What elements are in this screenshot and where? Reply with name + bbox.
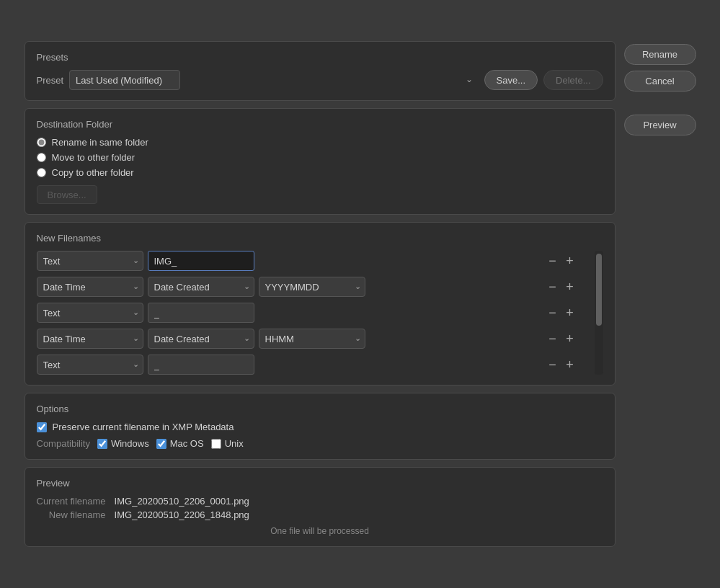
preview-title: Preview — [37, 478, 603, 489]
preview-button[interactable]: Preview — [624, 115, 696, 135]
unix-checkbox[interactable] — [211, 439, 221, 449]
row1-controls: − + — [546, 254, 577, 268]
scrollbar-thumb — [596, 254, 602, 326]
row3-plus-button[interactable]: + — [563, 306, 577, 320]
row2-minus-icon: − — [548, 280, 556, 293]
row3-type-select[interactable]: Text Date Time Sequence # Filename Folde… — [37, 303, 143, 323]
macos-label[interactable]: Mac OS — [170, 438, 204, 449]
row4-plus-button[interactable]: + — [563, 331, 577, 346]
row2-date-select[interactable]: Date Created Date Time Digitized File Da… — [148, 277, 254, 297]
save-button[interactable]: Save... — [484, 70, 538, 90]
row2-plus-button[interactable]: + — [563, 280, 577, 294]
row3-type-wrapper: Text Date Time Sequence # Filename Folde… — [37, 303, 143, 323]
preserve-xmp-checkbox[interactable] — [37, 422, 47, 432]
row5-minus-icon: − — [548, 358, 556, 371]
presets-title: Presets — [37, 52, 603, 63]
radio-same-folder[interactable]: Rename in same folder — [37, 137, 603, 148]
row4-format-wrapper: HHMM HH-MM HHMMSS — [259, 329, 365, 349]
preset-select-wrapper: Last Used (Modified) Default Custom — [69, 70, 479, 90]
row4-date-wrapper: Date Created Date Time Digitized File Da… — [148, 329, 254, 349]
row1-plus-button[interactable]: + — [563, 254, 577, 268]
compatibility-row: Compatibility Windows Mac OS Unix — [37, 438, 603, 449]
row1-type-select[interactable]: Text Date Time Sequence # Filename Folde… — [37, 251, 143, 271]
rename-button[interactable]: Rename — [624, 44, 696, 65]
row4-format-select[interactable]: HHMM HH-MM HHMMSS — [259, 329, 365, 349]
preview-section: Preview Current filename IMG_20200510_22… — [25, 467, 615, 547]
radio-same-input[interactable] — [37, 138, 46, 147]
new-filename-label: New filename — [37, 509, 106, 520]
row4-minus-button[interactable]: − — [546, 331, 560, 346]
row2-type-wrapper: Text Date Time Sequence # Filename Folde… — [37, 277, 143, 297]
row2-format-select[interactable]: YYYYMMDD YYYY-MM-DD MMDDYYYY DDMMYYYY — [259, 277, 365, 297]
current-filename-label: Current filename — [37, 496, 106, 507]
destination-radio-group: Rename in same folder Move to other fold… — [37, 137, 603, 178]
row1-minus-icon: − — [548, 254, 556, 267]
filename-row-4: Text Date Time Sequence # Filename Folde… — [37, 329, 592, 349]
preset-select[interactable]: Last Used (Modified) Default Custom — [69, 70, 180, 90]
cancel-button[interactable]: Cancel — [624, 71, 696, 92]
row5-controls: − + — [546, 357, 577, 372]
filename-row-2: Text Date Time Sequence # Filename Folde… — [37, 277, 592, 297]
radio-move-folder[interactable]: Move to other folder — [37, 152, 603, 163]
row2-format-wrapper: YYYYMMDD YYYY-MM-DD MMDDYYYY DDMMYYYY — [259, 277, 365, 297]
compatibility-label: Compatibility — [37, 438, 90, 449]
radio-copy-folder[interactable]: Copy to other folder — [37, 167, 603, 178]
row2-type-select[interactable]: Text Date Time Sequence # Filename Folde… — [37, 277, 143, 297]
row1-type-wrapper: Text Date Time Sequence # Filename Folde… — [37, 251, 143, 271]
row4-type-select[interactable]: Text Date Time Sequence # Filename Folde… — [37, 329, 143, 349]
filename-row-5: Text Date Time Sequence # Filename Folde… — [37, 355, 592, 375]
macos-compat-item: Mac OS — [156, 438, 204, 449]
row2-controls: − + — [546, 280, 577, 294]
row2-plus-icon: + — [566, 280, 574, 293]
destination-title: Destination Folder — [37, 119, 603, 130]
delete-button[interactable]: Delete... — [543, 70, 603, 90]
windows-checkbox[interactable] — [97, 439, 107, 449]
filenames-scroll-area: Text Date Time Sequence # Filename Folde… — [37, 251, 603, 375]
row4-plus-icon: + — [566, 332, 574, 345]
row4-minus-icon: − — [548, 332, 556, 345]
row2-minus-button[interactable]: − — [546, 280, 560, 294]
windows-compat-item: Windows — [97, 438, 149, 449]
windows-label[interactable]: Windows — [111, 438, 149, 449]
macos-checkbox[interactable] — [156, 439, 166, 449]
row5-minus-button[interactable]: − — [546, 357, 560, 372]
preset-label: Preset — [37, 75, 64, 86]
scrollbar-track[interactable] — [595, 251, 603, 375]
options-title: Options — [37, 404, 603, 414]
row3-minus-icon: − — [548, 306, 556, 319]
row5-type-wrapper: Text Date Time Sequence # Filename Folde… — [37, 355, 143, 375]
row3-text-input[interactable] — [148, 303, 254, 323]
row2-date-wrapper: Date Created Date Time Digitized File Da… — [148, 277, 254, 297]
row4-controls: − + — [546, 331, 577, 346]
radio-same-label: Rename in same folder — [52, 137, 148, 148]
filename-row-1: Text Date Time Sequence # Filename Folde… — [37, 251, 592, 271]
unix-compat-item: Unix — [211, 438, 244, 449]
browse-button: Browse... — [37, 185, 97, 204]
preview-footer: One file will be processed — [37, 526, 603, 536]
row4-date-select[interactable]: Date Created Date Time Digitized File Da… — [148, 329, 254, 349]
row5-text-input[interactable] — [148, 355, 254, 375]
row5-type-select[interactable]: Text Date Time Sequence # Filename Folde… — [37, 355, 143, 375]
filenames-section: New Filenames Text Date Time Sequence # … — [25, 222, 615, 386]
row1-minus-button[interactable]: − — [546, 254, 560, 268]
preserve-xmp-label[interactable]: Preserve current filename in XMP Metadat… — [53, 422, 234, 432]
current-filename-value: IMG_20200510_2206_0001.png — [115, 496, 603, 507]
row3-minus-button[interactable]: − — [546, 306, 560, 320]
new-filename-value: IMG_20200510_2206_1848.png — [115, 509, 603, 520]
row1-plus-icon: + — [566, 254, 574, 267]
row4-type-wrapper: Text Date Time Sequence # Filename Folde… — [37, 329, 143, 349]
unix-label[interactable]: Unix — [225, 438, 244, 449]
filenames-title: New Filenames — [37, 233, 603, 244]
options-section: Options Preserve current filename in XMP… — [25, 393, 615, 460]
row5-plus-button[interactable]: + — [563, 357, 577, 372]
radio-copy-label: Copy to other folder — [52, 167, 134, 178]
row1-text-input[interactable] — [148, 251, 254, 271]
radio-move-input[interactable] — [37, 153, 46, 162]
right-buttons-panel: Rename Cancel Preview — [624, 41, 696, 135]
row5-plus-icon: + — [566, 358, 574, 371]
radio-move-label: Move to other folder — [52, 152, 135, 163]
preview-grid: Current filename IMG_20200510_2206_0001.… — [37, 496, 603, 520]
destination-section: Destination Folder Rename in same folder… — [25, 108, 615, 215]
presets-section: Presets Preset Last Used (Modified) Defa… — [25, 41, 615, 101]
radio-copy-input[interactable] — [37, 168, 46, 177]
